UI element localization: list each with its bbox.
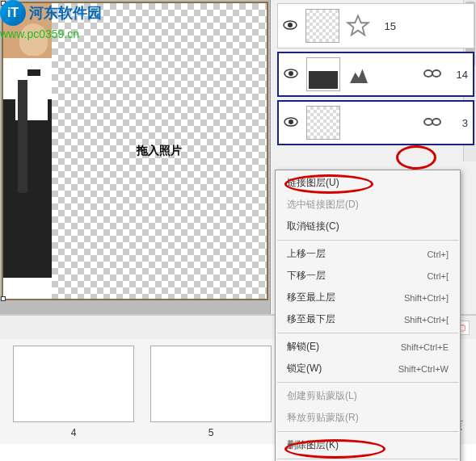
menu-separator <box>277 333 458 333</box>
visibility-icon[interactable] <box>284 117 300 129</box>
groom-photo[interactable] <box>3 3 52 278</box>
layer-number: 3 <box>449 117 468 129</box>
drop-zone[interactable]: 拖入照片 <box>52 3 267 299</box>
svg-point-3 <box>289 71 293 76</box>
menu-separator <box>277 459 458 459</box>
menu-move-bottom[interactable]: 移至最下层Shift+Ctrl+[ <box>276 308 460 330</box>
page-thumb-wrap[interactable]: 5 <box>150 346 272 438</box>
page-thumbnail[interactable] <box>150 346 272 422</box>
svg-point-9 <box>432 119 440 125</box>
context-menu: 链接图层(U) 选中链接图层(D) 取消链接(C) 上移一层Ctrl+] 下移一… <box>275 170 461 461</box>
canvas-area[interactable]: 拖入照片 <box>0 0 270 314</box>
photo-slot[interactable] <box>3 3 52 299</box>
page-thumb-wrap[interactable]: 4 <box>13 346 134 438</box>
menu-delete-layer[interactable]: 删除图层(K) <box>276 434 460 456</box>
visibility-icon[interactable] <box>284 69 300 81</box>
menu-separator <box>277 382 458 383</box>
resize-handle-tl[interactable] <box>1 1 6 6</box>
layer-item[interactable]: 14 <box>277 52 474 97</box>
page-number: 4 <box>13 427 134 438</box>
svg-point-8 <box>424 119 432 125</box>
layer-star-icon <box>346 14 370 38</box>
menu-link-layer[interactable]: 链接图层(U) <box>276 172 460 194</box>
layer-thumbnail <box>305 9 339 43</box>
svg-point-7 <box>289 119 293 124</box>
menu-release-mask: 释放剪贴蒙版(R) <box>276 407 460 429</box>
visibility-icon[interactable] <box>283 20 299 32</box>
menu-cancel-link[interactable]: 取消链接(C) <box>276 216 460 237</box>
menu-lock[interactable]: 锁定(W)Shift+Ctrl+W <box>276 358 460 379</box>
layer-item[interactable]: 15 <box>277 3 474 48</box>
menu-separator <box>277 431 458 432</box>
menu-create-mask: 创建剪贴蒙版(L) <box>276 385 460 407</box>
layer-number: 15 <box>377 20 396 32</box>
svg-point-1 <box>288 23 293 27</box>
layer-number: 14 <box>449 69 468 81</box>
menu-unlock[interactable]: 解锁(E)Shift+Ctrl+E <box>276 336 460 358</box>
svg-point-4 <box>424 70 432 77</box>
menu-move-down[interactable]: 下移一层Ctrl+[ <box>276 265 460 287</box>
svg-point-5 <box>432 70 440 77</box>
page-thumbnail[interactable] <box>13 346 134 422</box>
layer-mask-icon <box>347 62 371 86</box>
menu-move-up[interactable]: 上移一层Ctrl+] <box>276 243 460 265</box>
layer-thumbnail <box>306 57 340 91</box>
link-icon[interactable] <box>423 69 442 81</box>
drag-placeholder-text: 拖入照片 <box>137 144 182 158</box>
layer-item[interactable]: 3 <box>277 100 474 145</box>
menu-move-top[interactable]: 移至最上层Shift+Ctrl+] <box>276 287 460 308</box>
canvas-border: 拖入照片 <box>2 2 268 300</box>
menu-select-linked: 选中链接图层(D) <box>276 194 460 216</box>
page-number: 5 <box>150 427 272 438</box>
link-icon[interactable] <box>423 117 442 129</box>
layer-thumbnail <box>306 106 340 140</box>
resize-handle-bl[interactable] <box>1 296 6 301</box>
menu-separator <box>277 240 458 241</box>
